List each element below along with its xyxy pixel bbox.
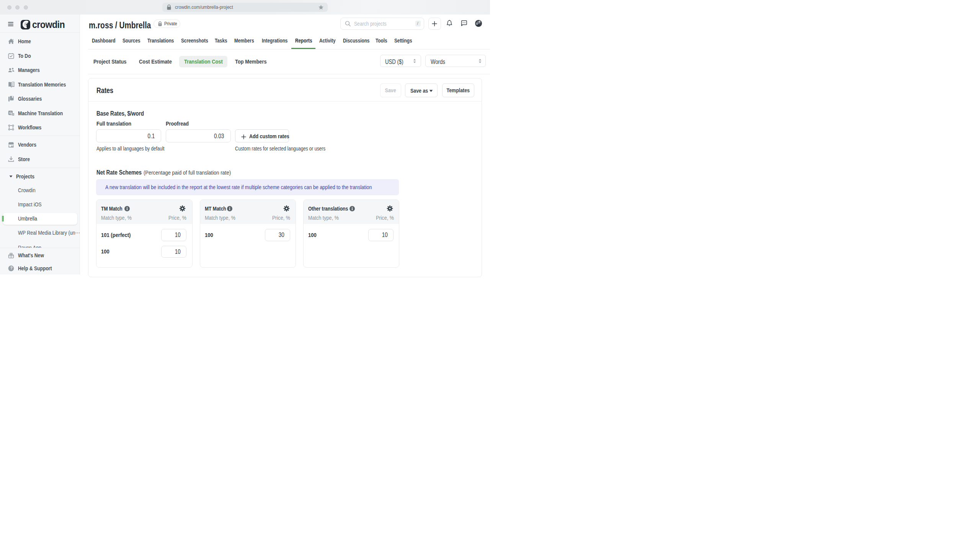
svg-text:?: ? — [10, 266, 13, 270]
